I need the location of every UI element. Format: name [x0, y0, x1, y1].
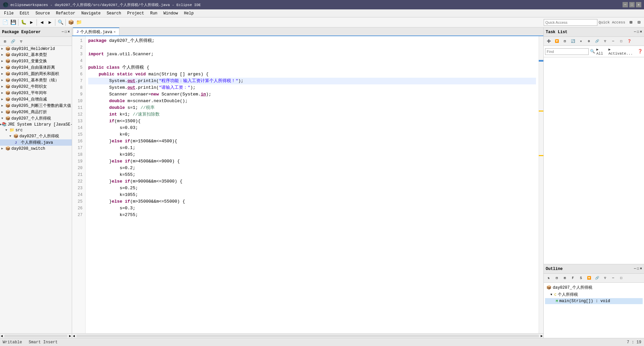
ol-expand[interactable]: ⊞: [561, 274, 569, 282]
code-content[interactable]: package day0207_个人所得税; import java.util.…: [86, 36, 539, 333]
ol-hide-static[interactable]: S: [577, 274, 585, 282]
pe-label: JRE System Library [JavaSE-: [7, 122, 72, 127]
scroll-right-btn[interactable]: ▶: [540, 334, 543, 338]
editor-bottom-scroll[interactable]: ◀ ▶: [72, 333, 543, 338]
close-button[interactable]: ✕: [636, 2, 641, 7]
menu-project[interactable]: Project: [124, 10, 147, 16]
tl-refresh[interactable]: 🔄: [569, 38, 577, 45]
tl-settings[interactable]: ⚙: [585, 38, 593, 45]
ol-item-class[interactable]: ▼ C 个人所得税: [545, 291, 643, 298]
pe-scroll-left[interactable]: ◀: [0, 334, 3, 338]
scroll-left-btn[interactable]: ◀: [72, 334, 75, 338]
menu-navigate[interactable]: Navigate: [78, 10, 103, 16]
title-text: eclipseworkspaces - day0207_个人所得税/src/da…: [10, 2, 621, 7]
pe-item-day0102[interactable]: ▶ 📦 day0102_基本类型: [0, 52, 72, 58]
pe-item-day0208[interactable]: ▶ 📦 day0208_switch: [0, 146, 72, 151]
tl-minimize[interactable]: ─: [609, 38, 617, 45]
ol-maximize[interactable]: □: [618, 274, 625, 282]
pe-item-day0103[interactable]: ▶ 📦 day0103_变量交换: [0, 58, 72, 64]
ol-filter[interactable]: 🔽: [585, 274, 593, 282]
pe-bottom-scroll[interactable]: ◀ ▶: [0, 333, 72, 338]
tl-view-menu[interactable]: ▽: [601, 38, 609, 45]
pe-item-day0207[interactable]: ▼ 📦 day0207_个人所得税: [0, 115, 72, 122]
pe-maximize-icon[interactable]: □: [65, 30, 67, 34]
ol-maximize-icon[interactable]: □: [637, 267, 639, 271]
menu-edit[interactable]: Edit: [17, 10, 32, 16]
ol-minimize[interactable]: ─: [609, 274, 617, 282]
tl-close-icon[interactable]: ×: [640, 30, 642, 34]
ol-item-method[interactable]: M main(String[]) : void: [545, 298, 643, 304]
tl-delete[interactable]: ✕: [577, 38, 585, 45]
tl-activate[interactable]: ▶ Activate...: [608, 47, 636, 56]
tl-maximize[interactable]: □: [618, 38, 625, 45]
pe-item-day0205[interactable]: ▶ 📦 day0205_判断三个整数的最大值: [0, 102, 72, 109]
toolbar-sep-1: [18, 19, 18, 26]
menu-source[interactable]: Source: [33, 10, 53, 16]
tl-new-task[interactable]: ➕: [545, 38, 552, 45]
pe-item-pkg[interactable]: ▼ 📦 day0207_个人所得税: [0, 133, 72, 139]
minimize-button[interactable]: ─: [623, 2, 628, 7]
menu-help[interactable]: Help: [181, 10, 197, 16]
ol-item-label: main(String[]) : void: [559, 299, 610, 303]
tab-close-button[interactable]: ✕: [114, 30, 116, 34]
ol-hide-fields[interactable]: F: [569, 274, 577, 282]
tl-maximize-icon[interactable]: □: [637, 30, 639, 34]
pe-item-day0104[interactable]: ▶ 📦 day0104_自由落体距离: [0, 64, 72, 71]
search-button[interactable]: 🔍: [57, 19, 64, 26]
pe-item-jre[interactable]: ▶ 📚 JRE System Library [JavaSE-: [0, 122, 72, 127]
toolbar: 📄 💾 🐛 ▶ ◀ ▶ 🔍 📦 📁 Quick Access ⊞ ⊟: [0, 17, 644, 27]
menu-file[interactable]: File: [1, 10, 16, 16]
pe-item-java[interactable]: J 个人所得税.java: [0, 139, 72, 146]
ol-item-pkg[interactable]: 📦 day0207_个人所得税: [545, 284, 643, 291]
pe-link-editor[interactable]: 🔗: [9, 38, 17, 45]
toolbar-sep-3: [55, 19, 55, 26]
pe-item-day0105[interactable]: ▶ 📦 day0105_圆的周长和面积: [0, 71, 72, 77]
views-button[interactable]: ⊟: [635, 19, 643, 26]
quick-access-input[interactable]: [544, 19, 597, 26]
ol-collapse[interactable]: ⊟: [553, 274, 560, 282]
pe-collapse-all[interactable]: ⊟: [1, 38, 9, 45]
open-type-button[interactable]: 📦: [67, 19, 74, 26]
pe-item-day0101[interactable]: ▶ 📦 day0101_HelloWorld: [0, 46, 72, 52]
tl-filter-all[interactable]: ▶ All: [596, 47, 607, 56]
save-button[interactable]: 💾: [9, 19, 17, 26]
pe-item-day0202[interactable]: ▶ 📦 day0202_牛郎织女: [0, 83, 72, 90]
code-line-20: s=0.2;: [88, 165, 536, 171]
menu-search[interactable]: Search: [104, 10, 124, 16]
tl-help-icon[interactable]: ❓: [638, 49, 643, 54]
maximize-button[interactable]: □: [629, 2, 635, 7]
editor-tab-java[interactable]: J 个人所得税.java ✕: [73, 27, 119, 36]
pe-item-day0206[interactable]: ▶ 📦 day0206_商品打折: [0, 109, 72, 115]
tl-search-icon[interactable]: 🔍: [590, 49, 595, 54]
tl-link[interactable]: 🔗: [593, 38, 601, 45]
menu-refactor[interactable]: Refactor: [53, 10, 78, 16]
pe-view-menu[interactable]: ▽: [17, 38, 25, 45]
back-button[interactable]: ◀: [38, 19, 46, 26]
tl-minimize-icon[interactable]: ─: [634, 30, 636, 34]
pe-item-day0204[interactable]: ▶ 📦 day0204_自增自减: [0, 96, 72, 102]
pe-item-day0203[interactable]: ▶ 📦 day0203_平年闰年: [0, 90, 72, 96]
ol-close-icon[interactable]: ×: [640, 267, 642, 271]
debug-button[interactable]: 🐛: [20, 19, 27, 26]
pe-item-src[interactable]: ▼ 📁 src: [0, 127, 72, 133]
ol-link[interactable]: 🔗: [593, 274, 601, 282]
menu-window[interactable]: Window: [161, 10, 180, 16]
tl-help[interactable]: ❓: [626, 38, 633, 45]
tl-collapse[interactable]: ⊟: [561, 38, 569, 45]
pe-minimize-icon[interactable]: ─: [62, 30, 64, 34]
new-button[interactable]: 📄: [1, 19, 9, 26]
tl-find-input[interactable]: [545, 48, 589, 55]
perspectives-button[interactable]: ⊞: [627, 19, 635, 26]
pe-item-day0201[interactable]: ▶ 📦 day0201_基本类型（续）: [0, 77, 72, 83]
pe-close-icon[interactable]: ×: [68, 30, 70, 34]
run-button[interactable]: ▶: [28, 19, 35, 26]
ol-view-menu[interactable]: ▽: [601, 274, 609, 282]
open-resource-button[interactable]: 📁: [75, 19, 83, 26]
ol-sort[interactable]: ⇅: [545, 274, 552, 282]
ol-minimize-icon[interactable]: ─: [634, 267, 636, 271]
main-layout: Package Explorer ─ □ × ⊟ 🔗 ▽ ▶ 📦 day0101…: [0, 27, 644, 338]
menu-run[interactable]: Run: [148, 10, 160, 16]
forward-button[interactable]: ▶: [46, 19, 54, 26]
tl-filter[interactable]: 🔽: [553, 38, 560, 45]
pe-scroll-right[interactable]: ▶: [68, 334, 72, 338]
